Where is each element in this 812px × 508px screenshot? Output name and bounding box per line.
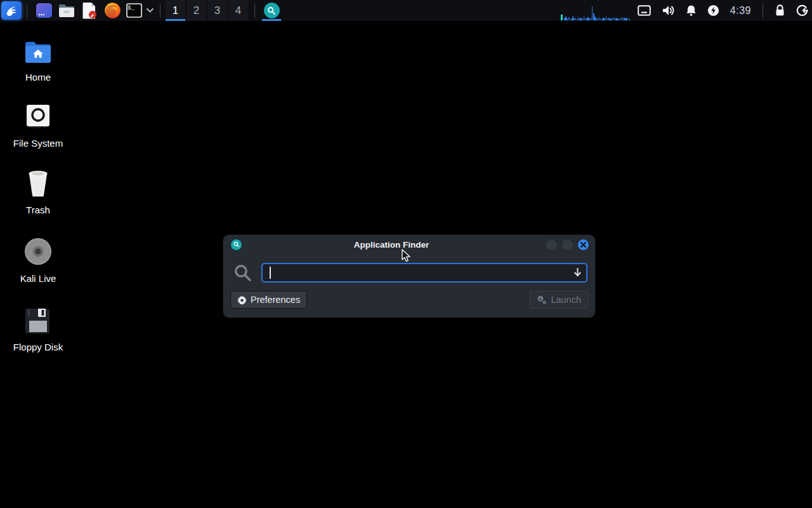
gear-icon [237, 295, 247, 305]
workspace-button-3[interactable]: 3 [207, 0, 227, 21]
preferences-button[interactable]: Preferences [230, 291, 307, 309]
firefox-icon [104, 2, 121, 19]
hard-disk-icon [24, 100, 52, 131]
search-icon-large [233, 264, 252, 283]
app-finder-window-icon [231, 239, 242, 250]
terminal-selector[interactable]: $_ [126, 1, 142, 20]
workspace-label: 2 [193, 4, 199, 17]
desktop-icon-floppy-disk[interactable]: Floppy Disk [0, 304, 76, 352]
terminal-icon [36, 2, 53, 19]
text-editor-icon [81, 2, 98, 19]
dropdown-arrow-icon[interactable] [573, 267, 582, 279]
clock[interactable]: 4:39 [730, 5, 751, 17]
preferences-label: Preferences [251, 295, 300, 305]
lock-screen-icon[interactable] [775, 4, 785, 17]
text-editor-launcher[interactable] [80, 1, 99, 20]
floppy-disk-icon [24, 304, 52, 335]
chevron-down-icon [147, 8, 154, 13]
minimize-button[interactable] [546, 239, 557, 250]
firefox-launcher[interactable] [103, 1, 122, 20]
desktop-icon-trash[interactable]: Trash [0, 167, 76, 215]
desktop-icon-label: File System [13, 138, 63, 149]
file-manager-icon [58, 3, 75, 19]
workspace-button-1[interactable]: 1 [166, 0, 185, 21]
workspace-button-4[interactable]: 4 [228, 0, 248, 21]
desktop-icon-label: Trash [26, 204, 50, 215]
network-tray-icon[interactable] [638, 5, 651, 16]
power-manager-icon[interactable] [707, 4, 719, 17]
close-button[interactable] [578, 239, 589, 250]
cpu-graph[interactable] [561, 4, 631, 20]
home-folder-icon [23, 34, 53, 65]
kali-menu-button[interactable] [1, 1, 22, 20]
cpu-graph-block [561, 15, 563, 20]
top-panel: $_ 1 2 3 4 [0, 0, 812, 21]
notifications-bell-icon[interactable] [686, 4, 697, 17]
workspace-label: 1 [173, 4, 178, 17]
launch-button[interactable]: Launch [530, 291, 588, 309]
desktop-icon-kali-live[interactable]: Kali Live [0, 236, 76, 284]
desktop-icon-label: Home [25, 72, 51, 83]
panel-separator [160, 4, 160, 18]
volume-tray-icon[interactable] [662, 4, 675, 17]
desktop-icon-home[interactable]: Home [0, 34, 76, 83]
maximize-button[interactable] [562, 239, 573, 250]
gears-icon [537, 295, 547, 305]
optical-disc-icon [23, 236, 53, 266]
text-caret [270, 267, 271, 279]
terminal-launcher[interactable] [34, 1, 53, 20]
workspace-label: 3 [214, 4, 220, 17]
app-finder-taskbar-button[interactable] [261, 0, 282, 21]
application-finder-window: Application Finder [223, 235, 595, 318]
trash-icon [25, 167, 51, 197]
desktop-icon-file-system[interactable]: File System [0, 100, 76, 149]
panel-separator [254, 4, 255, 18]
window-title: Application Finder [242, 240, 541, 250]
kali-dragon-icon [4, 3, 19, 18]
desktop-icon-label: Kali Live [20, 273, 56, 284]
close-icon [580, 242, 586, 248]
search-input[interactable] [261, 263, 587, 283]
panel-separator [27, 4, 27, 18]
file-manager-launcher[interactable] [57, 1, 76, 20]
cpu-graph-bars [564, 6, 631, 20]
panel-separator [763, 4, 763, 18]
workspace-button-2[interactable]: 2 [187, 0, 206, 21]
workspace-label: 4 [235, 4, 241, 17]
search-icon [267, 6, 276, 15]
terminal-prompt-text: $_ [128, 5, 134, 11]
logout-icon[interactable] [796, 4, 808, 17]
titlebar[interactable]: Application Finder [223, 235, 595, 254]
desktop-icon-label: Floppy Disk [13, 342, 63, 352]
launch-label: Launch [551, 295, 581, 305]
terminal-selector-dropdown[interactable] [145, 1, 155, 20]
